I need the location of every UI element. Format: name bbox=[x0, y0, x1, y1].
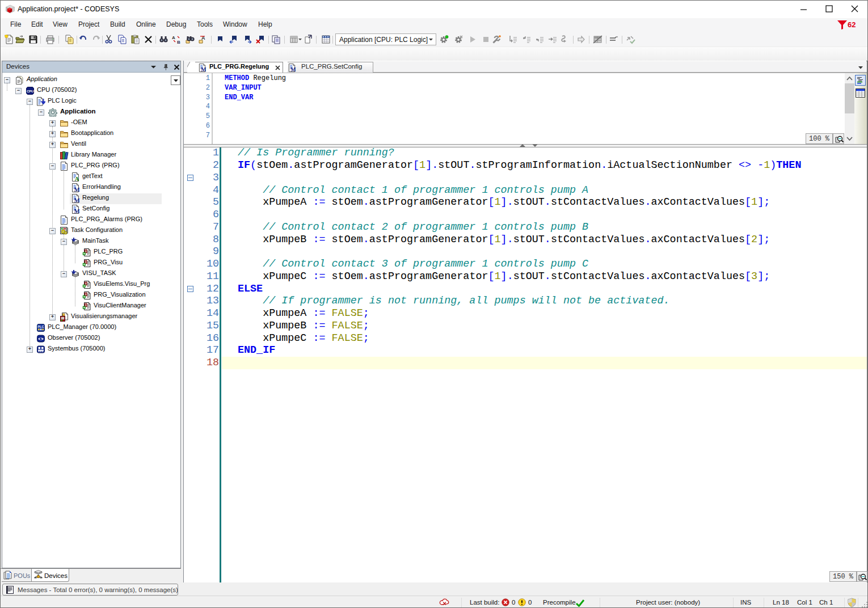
svg-text:A: A bbox=[172, 35, 175, 40]
svg-text:B: B bbox=[177, 40, 180, 44]
